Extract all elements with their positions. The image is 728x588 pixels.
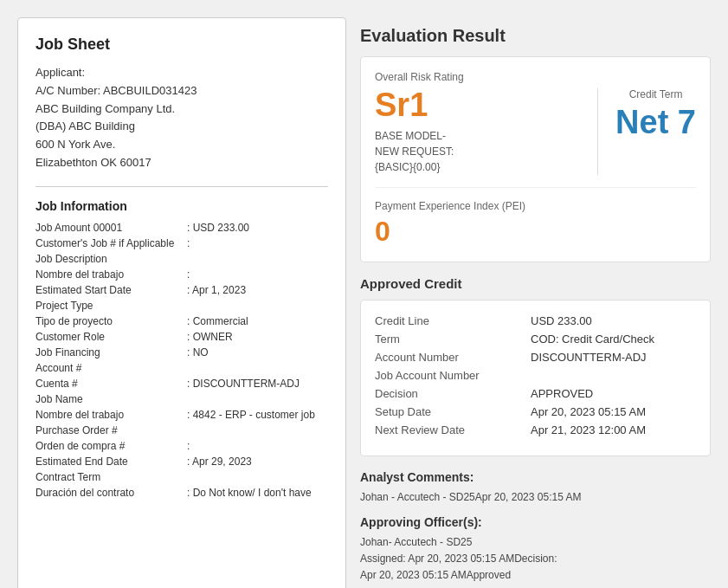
applicant-section: Applicant: A/C Number: ABCBUILD031423 AB… bbox=[35, 64, 328, 172]
address2: Elizabethton OK 60017 bbox=[35, 154, 328, 172]
info-label: Estimated End Date bbox=[35, 456, 187, 468]
info-label: Nombre del trabajo bbox=[35, 268, 187, 281]
table-row: Job Amount 00001: USD 233.00 bbox=[35, 222, 328, 234]
approving-decision-date: Apr 20, 2023 05:15 AMApproved bbox=[360, 567, 711, 584]
divider bbox=[35, 186, 328, 187]
info-label: Customer Role bbox=[35, 331, 187, 343]
info-value: : USD 233.00 bbox=[187, 222, 249, 234]
setup-date-label: Setup Date bbox=[375, 405, 531, 418]
decision-row: Decision APPROVED bbox=[375, 387, 696, 400]
info-label: Orden de compra # bbox=[35, 440, 187, 452]
left-panel: Job Sheet Applicant: A/C Number: ABCBUIL… bbox=[17, 17, 346, 588]
risk-left: Sr1 BASE MODEL- NEW REQUEST: {BASIC}{0.0… bbox=[375, 88, 598, 175]
info-value: : OWNER bbox=[187, 331, 233, 343]
table-row: Nombre del trabajo: 4842 - ERP - custome… bbox=[35, 409, 328, 421]
table-row: Tipo de proyecto: Commercial bbox=[35, 315, 328, 327]
approving-name: Johan- Accutech - SD25 bbox=[360, 534, 711, 551]
table-row: Nombre del trabajo: bbox=[35, 268, 328, 281]
info-value: : bbox=[187, 268, 190, 281]
info-label: Tipo de proyecto bbox=[35, 315, 187, 327]
table-row: Duración del contrato: Do Not know/ I do… bbox=[35, 487, 328, 499]
analyst-title: Analyst Comments: bbox=[360, 470, 711, 484]
term-value: COD: Credit Card/Check bbox=[531, 333, 654, 346]
next-review-row: Next Review Date Apr 21, 2023 12:00 AM bbox=[375, 423, 696, 436]
next-review-value: Apr 21, 2023 12:00 AM bbox=[531, 423, 646, 436]
pei-section: Payment Experience Index (PEI) 0 bbox=[375, 187, 696, 248]
job-info-rows: Job Amount 00001: USD 233.00Customer's J… bbox=[35, 222, 328, 499]
table-row: Job Description bbox=[35, 253, 328, 265]
applicant-label: Applicant: bbox=[35, 64, 328, 82]
table-row: Customer Role: OWNER bbox=[35, 331, 328, 343]
company-name: ABC Building Company Ltd. bbox=[35, 100, 328, 119]
account-number-label: Account Number bbox=[375, 351, 531, 364]
setup-date-row: Setup Date Apr 20, 2023 05:15 AM bbox=[375, 405, 696, 418]
table-row: Project Type bbox=[35, 300, 328, 312]
analyst-text: Johan - Accutech - SD25Apr 20, 2023 05:1… bbox=[360, 489, 711, 505]
info-value: : DISCOUNTTERM-ADJ bbox=[187, 378, 300, 390]
info-label: Job Financing bbox=[35, 346, 187, 359]
approving-text: Johan- Accutech - SD25 Assigned: Apr 20,… bbox=[360, 534, 711, 588]
pei-value: 0 bbox=[375, 216, 696, 248]
risk-row: Sr1 BASE MODEL- NEW REQUEST: {BASIC}{0.0… bbox=[375, 88, 696, 175]
next-review-label: Next Review Date bbox=[375, 423, 531, 436]
info-label: Job Description bbox=[35, 253, 187, 265]
approving-title: Approving Officer(s): bbox=[360, 515, 711, 529]
net7-value: Net 7 bbox=[615, 104, 696, 141]
table-row: Job Financing: NO bbox=[35, 346, 328, 359]
credit-term-label: Credit Term bbox=[615, 88, 696, 100]
pei-label: Payment Experience Index (PEI) bbox=[375, 200, 696, 212]
account-number-row: Account Number DISCOUNTTERM-ADJ bbox=[375, 351, 696, 364]
job-info-title: Job Information bbox=[35, 199, 328, 213]
info-value: : Apr 1, 2023 bbox=[187, 284, 246, 296]
credit-term-section: Credit Term Net 7 bbox=[598, 88, 696, 141]
approving-comment: Comment: bbox=[360, 585, 711, 588]
job-account-label: Job Account Number bbox=[375, 369, 531, 382]
credit-line-value: USD 233.00 bbox=[531, 314, 592, 327]
info-label: Duración del contrato bbox=[35, 487, 187, 499]
table-row: Estimated Start Date: Apr 1, 2023 bbox=[35, 284, 328, 296]
eval-title: Evaluation Result bbox=[360, 26, 711, 46]
dba-name: (DBA) ABC Building bbox=[35, 118, 328, 136]
info-value: : Do Not know/ I don't have bbox=[187, 487, 312, 499]
credit-line-row: Credit Line USD 233.00 bbox=[375, 314, 696, 327]
job-sheet-title: Job Sheet bbox=[35, 36, 328, 54]
table-row: Purchase Order # bbox=[35, 424, 328, 436]
table-row: Estimated End Date: Apr 29, 2023 bbox=[35, 456, 328, 468]
info-label: Contract Term bbox=[35, 471, 187, 483]
info-value: : 4842 - ERP - customer job bbox=[187, 409, 315, 421]
address1: 600 N York Ave. bbox=[35, 136, 328, 154]
table-row: Cuenta #: DISCOUNTTERM-ADJ bbox=[35, 378, 328, 390]
base-model-text: BASE MODEL- NEW REQUEST: {BASIC}{0.00} bbox=[375, 128, 580, 175]
info-value: : bbox=[187, 440, 190, 452]
info-value: : NO bbox=[187, 346, 209, 359]
eval-box: Overall Risk Rating Sr1 BASE MODEL- NEW … bbox=[360, 56, 711, 262]
table-row: Customer's Job # if Applicable: bbox=[35, 237, 328, 249]
job-account-row: Job Account Number bbox=[375, 369, 696, 382]
decision-value: APPROVED bbox=[531, 387, 593, 400]
info-label: Purchase Order # bbox=[35, 424, 187, 436]
info-label: Cuenta # bbox=[35, 378, 187, 390]
decision-label: Decision bbox=[375, 387, 531, 400]
table-row: Contract Term bbox=[35, 471, 328, 483]
info-value: : Commercial bbox=[187, 315, 248, 327]
info-label: Project Type bbox=[35, 300, 187, 312]
table-row: Account # bbox=[35, 362, 328, 374]
info-value: : Apr 29, 2023 bbox=[187, 456, 252, 468]
info-label: Account # bbox=[35, 362, 187, 374]
right-panel: Evaluation Result Overall Risk Rating Sr… bbox=[360, 17, 711, 588]
info-label: Job Name bbox=[35, 393, 187, 405]
table-row: Job Name bbox=[35, 393, 328, 405]
ac-number: A/C Number: ABCBUILD031423 bbox=[35, 82, 328, 100]
info-value: : bbox=[187, 237, 190, 249]
info-label: Customer's Job # if Applicable bbox=[35, 237, 187, 249]
term-label: Term bbox=[375, 333, 531, 346]
approving-assigned: Assigned: Apr 20, 2023 05:15 AMDecision: bbox=[360, 551, 711, 567]
account-number-value: DISCOUNTTERM-ADJ bbox=[531, 351, 647, 364]
table-row: Orden de compra #: bbox=[35, 440, 328, 452]
approved-credit-title: Approved Credit bbox=[360, 276, 711, 291]
info-label: Estimated Start Date bbox=[35, 284, 187, 296]
term-row: Term COD: Credit Card/Check bbox=[375, 333, 696, 346]
setup-date-value: Apr 20, 2023 05:15 AM bbox=[531, 405, 646, 418]
approved-box: Credit Line USD 233.00 Term COD: Credit … bbox=[360, 300, 711, 456]
info-label: Job Amount 00001 bbox=[35, 222, 187, 234]
